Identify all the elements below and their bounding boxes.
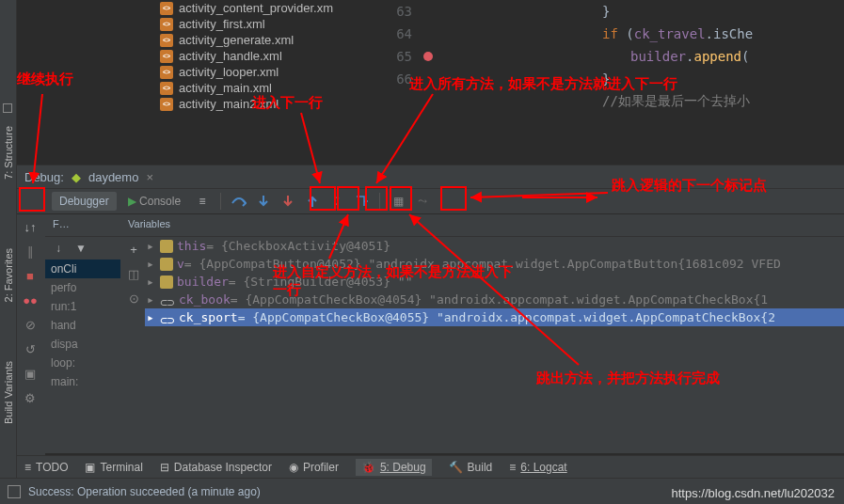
- file-item[interactable]: activity_looper.xml: [160, 64, 386, 80]
- variable-row[interactable]: ▸⊂⊃ck_sport = {AppCompatCheckBox@4055} "…: [120, 308, 844, 326]
- field-icon: [160, 240, 173, 253]
- favorites-tab[interactable]: 2: Favorites: [1, 244, 16, 306]
- profiler-tab[interactable]: ◉ Profiler: [289, 461, 339, 474]
- frame-item[interactable]: onCli: [45, 260, 120, 278]
- annotation: 继续执行: [17, 71, 73, 88]
- build-variants-tab[interactable]: Build Variants: [1, 357, 16, 428]
- frame-item[interactable]: dispa: [45, 335, 120, 354]
- step-out-button[interactable]: [302, 192, 323, 211]
- variables-panel: + ◫ ⊙ ▸this = {CheckboxActivity@4051} ▸v…: [120, 237, 844, 453]
- evaluate-button[interactable]: ▦: [388, 192, 408, 211]
- debug-toolbar: Debugger ▶ Console ≡ ⤴ ▦ ⤳: [17, 189, 844, 213]
- drop-frame-button[interactable]: ⤴: [326, 192, 347, 211]
- xml-icon: [160, 34, 173, 47]
- watermark: https://blog.csdn.net/lu202032: [672, 486, 835, 500]
- xml-icon: [160, 98, 173, 111]
- variable-row[interactable]: ▸⊂⊃ck_book = {AppCompatCheckBox@4054} "a…: [120, 291, 844, 308]
- camera-icon[interactable]: ▣: [17, 361, 43, 386]
- frame-item[interactable]: hand: [45, 316, 120, 335]
- misc-button[interactable]: ↺: [17, 337, 43, 361]
- settings-icon[interactable]: ⚙: [17, 386, 43, 410]
- stop-button[interactable]: ■: [17, 263, 43, 288]
- debug-tab[interactable]: 🐞 5: Debug: [356, 459, 432, 476]
- file-item[interactable]: activity_generate.xml: [160, 32, 386, 48]
- frame-item[interactable]: loop:: [45, 354, 120, 372]
- frame-item[interactable]: perfo: [45, 278, 120, 297]
- xml-icon: [160, 18, 173, 31]
- xml-icon: [160, 50, 173, 63]
- frames-panel: ↓ ▼ onCli perfo run:1 hand dispa loop: m…: [45, 237, 120, 453]
- frames-header: F…: [45, 214, 120, 237]
- glass-icon[interactable]: ⊙: [120, 286, 147, 310]
- trace-button[interactable]: ⤳: [412, 192, 433, 211]
- field-icon: [160, 276, 173, 289]
- logcat-tab[interactable]: ≡ 6: Logcat: [509, 461, 566, 474]
- xml-icon: [160, 2, 173, 15]
- force-step-into-button[interactable]: [278, 192, 298, 211]
- structure-icon[interactable]: [3, 103, 12, 113]
- variable-row[interactable]: ▸builder = {StringBuilder@4053} "": [120, 273, 844, 291]
- file-item[interactable]: activity_main2.xml: [160, 96, 386, 112]
- step-into-button[interactable]: [253, 192, 274, 211]
- debug-label: Debug:: [24, 170, 64, 184]
- breakpoints-button[interactable]: ●●: [17, 288, 43, 312]
- watch-icon[interactable]: ◫: [120, 261, 147, 286]
- filter-icon[interactable]: ▼: [71, 239, 91, 258]
- frame-item[interactable]: run:1: [45, 297, 120, 316]
- add-watch-icon[interactable]: +: [120, 237, 147, 261]
- run-to-cursor-button[interactable]: [351, 192, 372, 211]
- close-icon[interactable]: ×: [146, 170, 153, 184]
- structure-tab[interactable]: 7: Structure: [1, 122, 16, 183]
- link-icon: ⊂⊃: [160, 313, 175, 323]
- file-item[interactable]: activity_handle.xml: [160, 48, 386, 64]
- console-tab[interactable]: ▶ Console: [120, 192, 188, 211]
- code-editor[interactable]: 63} 64if (ck_travel.isChe 65builder.appe…: [386, 0, 844, 165]
- debugger-tab[interactable]: Debugger: [52, 192, 117, 211]
- file-item[interactable]: activity_main.xml: [160, 80, 386, 96]
- bottom-tool-bar: ≡ TODO ▣ Terminal ⊟ Database Inspector ◉…: [17, 455, 844, 478]
- file-item[interactable]: activity_first.xml: [160, 16, 386, 32]
- debug-panel-header: Debug: ◆ daydemo ×: [17, 165, 844, 189]
- status-icon[interactable]: [8, 485, 21, 498]
- build-tab[interactable]: 🔨 Build: [449, 461, 493, 474]
- terminal-tab[interactable]: ▣ Terminal: [85, 461, 142, 474]
- variable-row[interactable]: ▸v = {AppCompatButton@4052} "androidx.ap…: [120, 255, 844, 273]
- link-icon: ⊂⊃: [160, 295, 175, 305]
- android-icon: ◆: [72, 170, 81, 184]
- xml-icon: [160, 82, 173, 95]
- todo-tab[interactable]: ≡ TODO: [24, 461, 68, 474]
- threads-icon[interactable]: ↓↑: [17, 214, 43, 239]
- db-inspector-tab[interactable]: ⊟ Database Inspector: [160, 461, 272, 474]
- status-text: Success: Operation succeeded (a minute a…: [28, 485, 261, 498]
- field-icon: [160, 258, 173, 271]
- breakpoint-icon[interactable]: [423, 52, 433, 61]
- prev-frame-icon[interactable]: ↓: [48, 239, 69, 258]
- xml-icon: [160, 66, 173, 79]
- debug-side-toolbar: ↓↑ ‖ ■ ●● ⊘ ↺ ▣ ⚙: [17, 214, 45, 459]
- layout-icon[interactable]: ≡: [192, 192, 213, 211]
- mute-bp-button[interactable]: ⊘: [17, 312, 43, 337]
- step-over-button[interactable]: [229, 192, 249, 211]
- file-item[interactable]: activity_content_provider.xm: [160, 0, 386, 16]
- ide-left-gutter: 7: Structure 2: Favorites Build Variants: [0, 0, 17, 504]
- run-config-name[interactable]: daydemo: [88, 170, 138, 184]
- variable-row[interactable]: ▸this = {CheckboxActivity@4051}: [120, 237, 844, 255]
- frame-item[interactable]: main:: [45, 372, 120, 391]
- variables-header: Variables: [120, 214, 844, 237]
- project-file-list: activity_content_provider.xm activity_fi…: [160, 0, 386, 112]
- pause-icon[interactable]: ‖: [17, 239, 43, 263]
